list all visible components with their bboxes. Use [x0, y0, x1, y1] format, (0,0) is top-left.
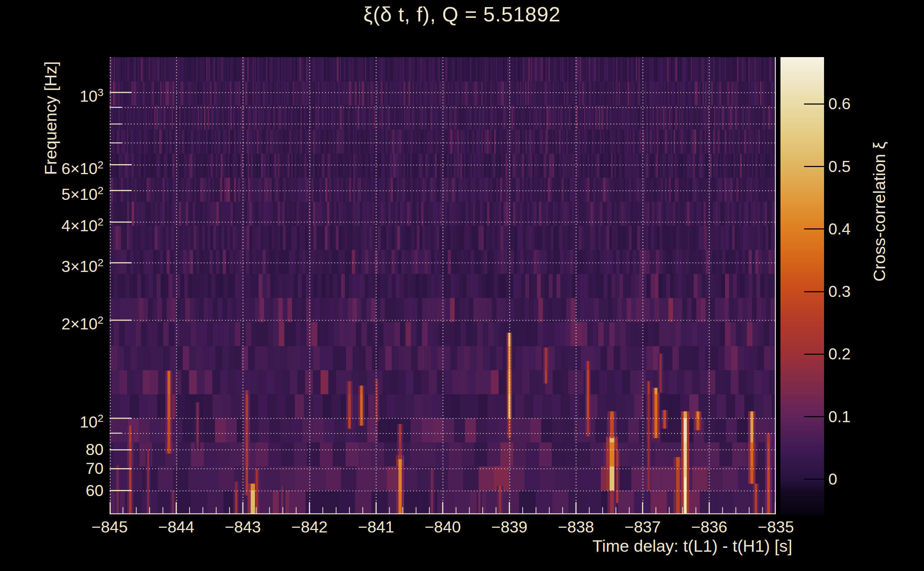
- colorbar-tick-label: 0.6: [828, 94, 851, 114]
- y-tick-label: 5×102: [14, 181, 104, 204]
- y-tick-label: 6×102: [14, 155, 104, 178]
- y-tick-label: 80: [14, 440, 104, 459]
- x-tick-label: −835: [737, 518, 815, 536]
- colorbar-tick-label: 0.1: [828, 407, 851, 426]
- colorbar-tick: [804, 353, 824, 355]
- colorbar-tick: [804, 291, 824, 292]
- colorbar-tick-label: 0.5: [828, 157, 851, 176]
- heatmap-plot-area: [110, 57, 776, 514]
- y-tick-label: 103: [14, 83, 104, 106]
- colorbar-tick-label: 0.2: [828, 344, 851, 364]
- y-tick-label: 70: [14, 459, 104, 478]
- colorbar-tick-label: 0.3: [828, 282, 851, 301]
- y-tick-label: 60: [14, 481, 104, 500]
- y-tick-label: 102: [14, 409, 104, 432]
- x-axis-title: Time delay: t(L1) - t(H1) [s]: [110, 536, 792, 556]
- colorbar-title: Cross-correlation ξ: [869, 51, 889, 372]
- colorbar-tick: [804, 166, 824, 167]
- colorbar-tick: [804, 103, 824, 105]
- colorbar-tick: [804, 478, 824, 480]
- colorbar-tick-label: 0: [828, 470, 837, 489]
- colorbar-tick: [804, 228, 824, 230]
- y-tick-label: 4×102: [14, 212, 104, 236]
- y-tick-label: 2×102: [14, 310, 104, 334]
- colorbar-gradient: [780, 57, 824, 514]
- plot-title: ξ(δ t, f), Q = 5.51892: [0, 2, 924, 26]
- y-tick-label: 3×102: [14, 253, 104, 276]
- colorbar-tick-label: 0.4: [828, 219, 851, 239]
- colorbar-tick: [804, 416, 824, 417]
